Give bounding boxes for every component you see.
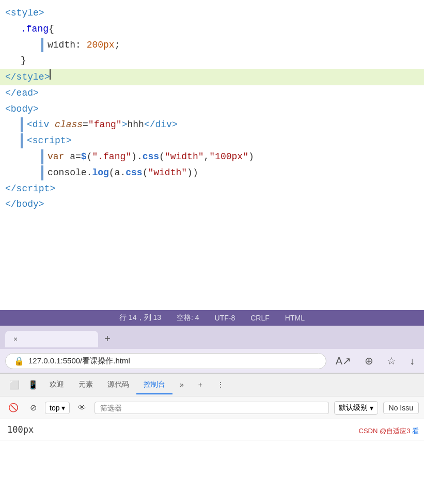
js-method: log (92, 165, 108, 180)
code-text: ). (131, 149, 143, 164)
favorite-add-button[interactable]: ⊕ (360, 353, 378, 369)
tab-welcome[interactable]: 欢迎 (42, 376, 71, 394)
level-selector[interactable]: 默认级别 ▾ (334, 401, 378, 415)
tag-bracket: </ (5, 86, 17, 101)
code-line: </script> (0, 181, 424, 197)
watermark: CSDN @自适应3 看 (359, 426, 419, 436)
code-line: } (0, 53, 424, 69)
code-line: .fang{ (0, 21, 424, 37)
tag-bracket: </ (144, 117, 155, 132)
status-bar: 行 14，列 13 空格: 4 UTF-8 CRLF HTML (0, 310, 424, 326)
text-cursor (50, 69, 51, 80)
tag-name: div (155, 117, 172, 132)
status-encoding: UTF-8 (215, 314, 235, 322)
code-line: <script> (0, 133, 424, 149)
left-bar-indicator (41, 149, 43, 164)
code-text: } (21, 53, 26, 68)
level-label: 默认级别 (339, 403, 368, 413)
tag-bracket: </ (5, 197, 17, 212)
tab-close-button[interactable]: × (11, 334, 20, 344)
tag-bracket: > (33, 102, 39, 117)
inspect-icon-button[interactable]: ⬜ (5, 376, 24, 394)
console-output-area: 100px CSDN @自适应3 看 (0, 419, 424, 440)
code-line: <body> (0, 101, 424, 117)
eye-button[interactable]: 👁 (75, 401, 89, 415)
tag-bracket: </ (5, 70, 17, 85)
block-button[interactable]: ⊘ (27, 401, 40, 415)
browser-tab-active[interactable]: × (5, 331, 98, 347)
no-issues-button[interactable]: No Issu (383, 402, 419, 414)
tag-name: ead (17, 86, 33, 101)
code-text: )) (187, 165, 198, 180)
code-line: console.log(a.css("width")) (0, 165, 424, 181)
code-text: , (204, 149, 210, 164)
devtools-toolbar: 🚫 ⊘ top ▾ 👁 默认级别 ▾ No Issu (0, 396, 424, 419)
left-bar-indicator (21, 133, 23, 148)
address-bar-text: 127.0.0.1:5500/看课操作.html (28, 356, 130, 366)
tag-name: script (33, 133, 66, 148)
new-tab-button[interactable]: + (101, 332, 114, 346)
code-line: var a=$(".fang").css("width","100px") (0, 149, 424, 165)
watermark-text: CSDN @自适应3 (359, 427, 411, 435)
download-button[interactable]: ↓ (405, 353, 419, 369)
top-context-dropdown-icon: ▾ (61, 404, 65, 412)
status-line-ending: CRLF (250, 314, 270, 322)
level-dropdown-icon: ▾ (370, 404, 373, 412)
tab-add[interactable]: + (191, 376, 210, 394)
status-row-col: 行 14，列 13 (119, 313, 161, 323)
code-line: width: 200px; (0, 37, 424, 53)
code-line-highlighted: </style> (0, 69, 424, 85)
tag-bracket: > (33, 86, 39, 101)
devtools-tab-bar: ⬜ 📱 欢迎 元素 源代码 控制台 » + ⋮ (0, 374, 424, 396)
js-string: "100px" (209, 149, 248, 164)
tab-more[interactable]: » (172, 376, 191, 394)
address-bar[interactable]: 🔒 127.0.0.1:5500/看课操作.html (5, 353, 326, 369)
code-text: { (49, 22, 54, 37)
tab-elements[interactable]: 元素 (71, 376, 100, 394)
code-text: ( (143, 165, 148, 180)
attr-value: "fang" (88, 117, 122, 132)
status-language: HTML (285, 314, 305, 322)
console-output-value: 100px (7, 424, 34, 435)
tag-bracket: > (172, 117, 178, 132)
code-text: hhh (127, 117, 144, 132)
tag-name: div (33, 117, 49, 132)
left-bar-indicator (21, 117, 23, 132)
tag-bracket: < (27, 117, 33, 132)
browser-chrome: × + 🔒 127.0.0.1:5500/看课操作.html A↗ ⊕ ☆ ↓ (0, 326, 424, 373)
left-bar-indicator (41, 165, 43, 180)
status-spaces: 空格: 4 (177, 313, 199, 323)
css-selector: .fang (21, 22, 49, 37)
tag-bracket: < (27, 133, 33, 148)
tag-name: style (17, 70, 44, 85)
code-text: ( (87, 149, 92, 164)
code-text: ) (248, 149, 254, 164)
top-context-label: top (50, 404, 59, 412)
js-string: ".fang" (92, 149, 131, 164)
favorite-button[interactable]: ☆ (383, 353, 400, 369)
code-text (49, 117, 55, 132)
code-line: </body> (0, 196, 424, 212)
top-context-selector[interactable]: top ▾ (45, 402, 70, 414)
code-line: </ead> (0, 85, 424, 101)
js-keyword: var (48, 149, 70, 164)
devtools-menu-button[interactable]: ⋮ (210, 376, 231, 394)
js-method: css (125, 165, 142, 180)
js-string: "width" (148, 165, 187, 180)
tag-name: body (11, 102, 33, 117)
js-method: $ (81, 149, 87, 164)
tag-bracket: < (5, 6, 11, 21)
tab-console[interactable]: 控制台 (136, 376, 172, 394)
css-property: width: (48, 38, 87, 53)
code-text: a= (70, 149, 81, 164)
device-emulation-button[interactable]: 📱 (24, 376, 42, 394)
code-line: <div class="fang">hhh</div> (0, 117, 424, 133)
tab-source[interactable]: 源代码 (100, 376, 136, 394)
filter-input[interactable] (95, 402, 328, 414)
tag-name: body (17, 197, 39, 212)
watermark-link[interactable]: 看 (412, 427, 419, 435)
attr-name: class (55, 117, 83, 132)
reading-mode-button[interactable]: A↗ (332, 353, 355, 369)
clear-console-button[interactable]: 🚫 (5, 401, 22, 415)
code-text: = (83, 117, 88, 132)
